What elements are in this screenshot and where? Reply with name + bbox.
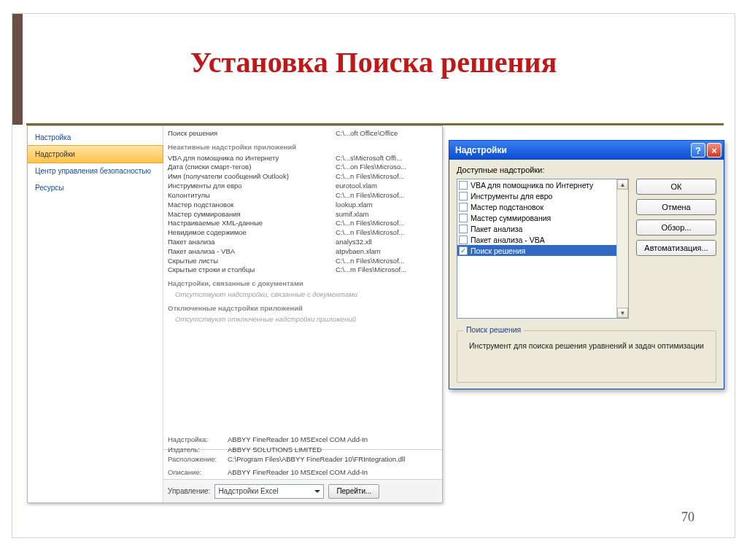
slide-title: Установка Поиска решения [0,45,747,79]
checkbox[interactable] [459,214,468,222]
sidebar-item-trust-center[interactable]: Центр управления безопасностью [28,163,163,179]
manage-combobox[interactable]: Надстройки Excel [214,484,324,499]
close-button[interactable]: × [707,143,721,158]
detail-value: ABBYY FineReader 10 MSExcel COM Add-In [228,468,368,476]
ok-button[interactable]: ОК [636,179,716,195]
scroll-down-icon[interactable]: ▼ [617,308,628,318]
item-label: Пакет анализа [471,225,522,233]
list-row: Пакет анализаanalys32.xll [168,238,438,247]
list-item[interactable]: VBA для помощника по Интернету [457,179,616,190]
automation-button[interactable]: Автоматизация... [636,240,716,256]
addins-listbox[interactable]: VBA для помощника по Интернету Инструмен… [457,179,629,319]
item-label: VBA для помощника по Интернету [471,181,593,190]
list-item[interactable]: Мастер подстановок [457,201,616,212]
detail-label: Расположение: [168,454,228,464]
list-item-solver[interactable]: ✓Поиск решения [457,245,616,256]
list-row: Скрытые листыC:\...n Files\Microsof... [168,257,438,266]
groupbox-legend: Поиск решения [463,325,524,334]
list-row: Имя (получатели сообщений Outlook)C:\...… [168,172,438,182]
checkbox[interactable] [459,236,468,244]
checkbox[interactable] [459,203,468,211]
cancel-button[interactable]: Отмена [636,199,716,215]
list-row: VBA для помощника по ИнтернетуC:\...s\Mi… [168,154,438,163]
checkbox[interactable] [459,181,468,190]
dialog-button-column: ОК Отмена Обзор... Автоматизация... [636,179,716,256]
list-row: КолонтитулыC:\...n Files\Microsof... [168,191,438,201]
list-row: Невидимое содержимоеC:\...n Files\Micros… [168,228,438,238]
doc-addins-empty: Отсутствуют надстройки, связанные с доку… [175,290,438,300]
detail-label: Описание: [168,467,228,478]
options-main-pane: Поиск решения C:\...oft Office\Office Не… [163,126,442,502]
detail-label: Надстройка: [168,435,228,445]
item-label: Инструменты для евро [471,192,552,201]
sidebar-item-customize[interactable]: Настройка [28,129,163,146]
item-label: Мастер суммирования [471,214,551,222]
list-item[interactable]: Инструменты для евро [457,190,616,201]
group-inactive-addins: Неактивные надстройки приложений [168,143,438,152]
list-row: Пакет анализа - VBAatpvbaen.xlam [168,247,438,257]
addin-path: C:\...oft Office\Office [336,129,438,139]
scrollbar[interactable]: ▲ ▼ [616,179,628,318]
group-disabled-addins: Отключенные надстройки приложений [168,304,438,314]
item-label: Пакет анализа - VBA [471,236,545,244]
options-sidebar: Настройка Надстройки Центр управления бе… [28,126,163,502]
available-addins-label: Доступные надстройки: [457,166,716,174]
list-item[interactable]: Пакет анализа [457,223,616,234]
detail-value: ABBYY FineReader 10 MSExcel COM Add-In [228,435,368,443]
list-row: Настраиваемые XML-данныеC:\...n Files\Mi… [168,219,438,228]
detail-value: ABBYY SOLUTIONS LIMITED [228,446,322,454]
checkbox[interactable] [459,225,468,233]
item-label: Поиск решения [471,246,525,255]
addin-name: Поиск решения [168,129,336,139]
list-item[interactable]: Пакет анализа - VBA [457,234,616,245]
excel-options-window: Настройка Надстройки Центр управления бе… [27,125,443,503]
dialog-titlebar[interactable]: Надстройки ? × [449,141,724,160]
browse-button[interactable]: Обзор... [636,219,716,236]
description-groupbox: Поиск решения Инструмент для поиска реше… [457,330,716,383]
checkbox-checked[interactable]: ✓ [459,246,468,255]
checkbox[interactable] [459,192,468,201]
disabled-addins-empty: Отсутствуют отключенные надстройки прило… [175,315,438,324]
help-button[interactable]: ? [691,143,705,158]
list-row: Инструменты для евроeurotool.xlam [168,182,438,191]
sidebar-item-addins[interactable]: Надстройки [27,145,163,163]
list-row: Поиск решения C:\...oft Office\Office [168,129,438,139]
list-row: Мастер суммированияsumif.xlam [168,210,438,219]
list-row: Дата (списки смарт-тегов)C:\...on Files\… [168,163,438,172]
addin-details: Надстройка:ABBYY FineReader 10 MSExcel C… [168,435,438,478]
dialog-title: Надстройки [455,145,507,155]
go-button[interactable]: Перейти... [328,484,379,499]
addins-dialog: Надстройки ? × Доступные надстройки: VBA… [449,140,724,389]
manage-footer: Управление: Надстройки Excel Перейти... [163,479,442,502]
manage-label: Управление: [168,487,210,495]
list-row: Мастер подстановокlookup.xlam [168,201,438,210]
detail-value: C:\Program Files\ABBYY FineReader 10\FRI… [228,455,405,463]
addins-list[interactable]: Поиск решения C:\...oft Office\Office Не… [163,126,442,450]
list-item[interactable]: Мастер суммирования [457,212,616,223]
scroll-up-icon[interactable]: ▲ [617,179,628,190]
detail-label: Издатель: [168,445,228,455]
item-label: Мастер подстановок [471,203,543,211]
list-row: Скрытые строки и столбцыC:\...m Files\Mi… [168,265,438,275]
sidebar-item-resources[interactable]: Ресурсы [28,179,163,196]
group-doc-addins: Надстройки, связанные с документами [168,279,438,289]
page-number: 70 [681,510,694,525]
